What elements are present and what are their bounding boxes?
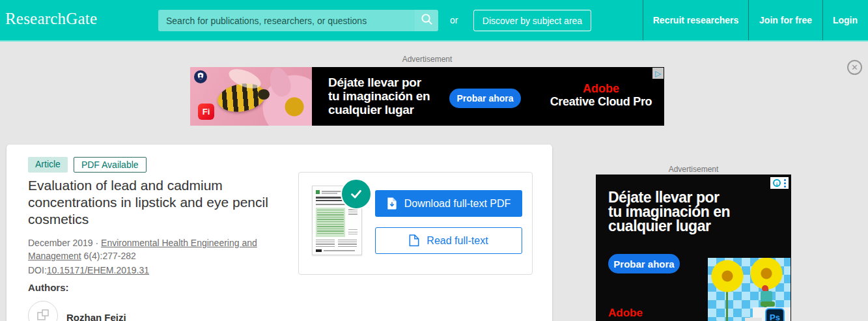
- read-file-icon: [409, 234, 419, 247]
- author-name[interactable]: Rozhan Feizi: [66, 312, 126, 321]
- thumb-line: [322, 191, 341, 192]
- doi-row: DOI:10.15171/EHEM.2019.31: [28, 265, 149, 275]
- thumb-meta-lines: [348, 209, 357, 216]
- author-row[interactable]: Rozhan Feizi: [28, 301, 126, 321]
- side-probar-ahora-button[interactable]: Probar ahora: [608, 254, 680, 273]
- fulltext-action-box: Download full-text PDF Read full-text: [298, 172, 533, 275]
- download-fulltext-pdf-button[interactable]: Download full-text PDF: [375, 190, 522, 217]
- volume-pages: 6(4):277-282: [84, 251, 136, 261]
- discover-by-subject-button[interactable]: Discover by subject area: [473, 10, 591, 31]
- creative-cloud-pro-label: Creative Cloud Pro: [539, 95, 664, 108]
- ad-info-icon[interactable]: i: [773, 179, 781, 187]
- publication-meta: December 2019 · Environmental Health Eng…: [28, 236, 285, 262]
- adobe-lockup: Adobe Creative Cloud Pro: [539, 83, 664, 108]
- top-ad-headline: Déjate llevar por tu imaginación en cual…: [328, 76, 430, 117]
- person-graphic: [761, 291, 772, 302]
- photoshop-logo: Ps: [765, 308, 785, 321]
- probar-ahora-button[interactable]: Probar ahora: [449, 89, 521, 108]
- adobe-wordmark: Adobe: [608, 307, 715, 318]
- side-advertisement-label: Advertisement: [596, 165, 791, 174]
- top-advertisement-label: Advertisement: [190, 55, 664, 64]
- yellow-flower-graphic: [710, 259, 744, 293]
- adchoices-icon[interactable]: ▷: [652, 68, 664, 79]
- site-header: ResearchGate or Discover by subject area…: [0, 0, 868, 42]
- search-button[interactable]: [415, 10, 438, 31]
- authors-label: Authors:: [28, 282, 69, 293]
- ad-privacy-shield-icon[interactable]: [194, 70, 207, 83]
- side-ad-artwork: Ps: [708, 258, 791, 321]
- thumb-meta-lines: [348, 229, 357, 234]
- adobe-wordmark: Adobe: [539, 83, 664, 95]
- article-badge: Article: [28, 157, 68, 173]
- doi-label: DOI:: [28, 265, 47, 275]
- firefly-logo: Fi: [198, 104, 214, 120]
- side-adobe-lockup: Adobe Creative Cloud Pro: [608, 307, 715, 321]
- top-ad-banner[interactable]: Fi Déjate llevar por tu imaginación en c…: [190, 67, 664, 126]
- read-fulltext-button[interactable]: Read full-text: [375, 227, 522, 254]
- or-label: or: [450, 15, 458, 25]
- fulltext-available-check-icon: [341, 178, 372, 210]
- author-avatar[interactable]: [28, 301, 58, 321]
- publication-title: Evaluation of lead and cadmium concentra…: [28, 177, 295, 228]
- thumb-column: [338, 240, 357, 248]
- publication-date: December 2019: [28, 238, 93, 248]
- header-nav: Recruit researchers Join for free Login: [643, 0, 868, 40]
- close-ad-icon[interactable]: ✕: [847, 60, 862, 75]
- thumb-column: [316, 240, 335, 248]
- search-icon: [421, 13, 433, 28]
- doi-link[interactable]: 10.15171/EHEM.2019.31: [47, 265, 149, 275]
- thumb-abstract-block: [316, 208, 345, 237]
- search-input[interactable]: [158, 16, 415, 26]
- person-graphic: [761, 301, 775, 307]
- thumb-logo: [316, 190, 320, 194]
- meta-separator: ·: [96, 238, 99, 248]
- publication-card: Article PDF Available Evaluation of lead…: [7, 145, 552, 321]
- pdf-available-badge: PDF Available: [74, 157, 147, 173]
- nav-recruit-researchers[interactable]: Recruit researchers: [643, 0, 748, 40]
- white-blocks-graphic: [745, 318, 762, 321]
- avatar-placeholder-icon: [35, 307, 51, 321]
- badge-row: Article PDF Available: [28, 157, 147, 173]
- search-bar: [158, 10, 438, 31]
- download-button-label: Download full-text PDF: [404, 198, 511, 210]
- nav-join-for-free[interactable]: Join for free: [748, 0, 822, 40]
- download-pdf-icon: [387, 197, 397, 210]
- researchgate-logo[interactable]: ResearchGate: [5, 10, 97, 28]
- ad-bee-image: Fi: [190, 67, 312, 126]
- side-ad-headline: Déjate llevar por tu imaginación en cual…: [608, 190, 730, 233]
- nav-login[interactable]: Login: [822, 0, 867, 40]
- side-ad-banner[interactable]: i Déjate llevar por tu imaginación en cu…: [596, 174, 791, 321]
- thumb-footer-line: [324, 250, 355, 251]
- thumb-footer-mark: [316, 249, 322, 252]
- ad-menu-dots-icon[interactable]: [784, 179, 786, 188]
- thumb-line: [322, 193, 337, 194]
- ad-controls: i: [770, 177, 789, 189]
- read-button-label: Read full-text: [427, 235, 488, 247]
- bee-head-graphic: [258, 89, 270, 100]
